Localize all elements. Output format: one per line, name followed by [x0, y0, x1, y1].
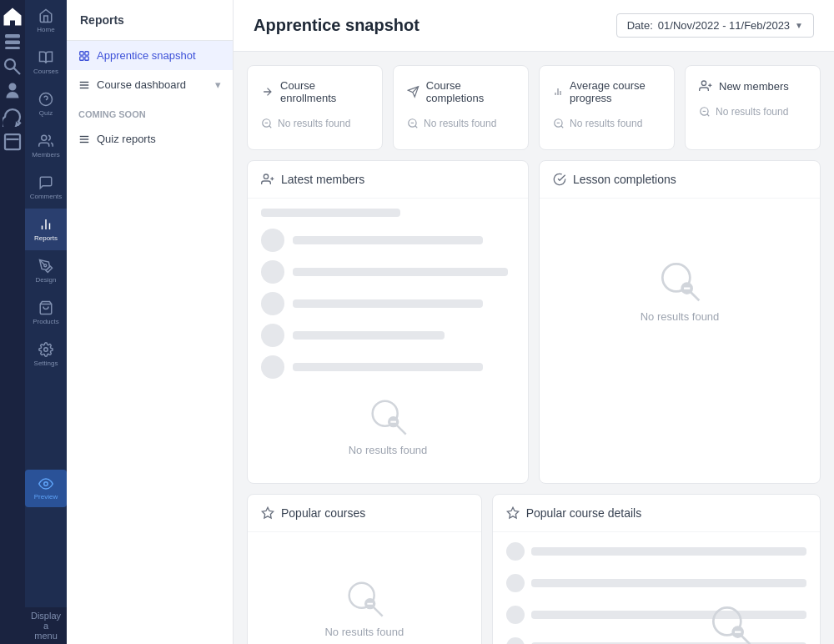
reports-nav-header: Reports [67, 0, 233, 41]
date-picker[interactable]: Date: 01/Nov/2022 - 11/Feb/2023 ▼ [616, 13, 814, 38]
skeleton-row-2 [261, 260, 515, 284]
date-label: Date: [627, 19, 653, 32]
latest-members-card: Latest members [247, 160, 529, 484]
sidebar-item-reports[interactable]: Reports [25, 209, 67, 250]
stat-card-new-members: New members No results found [685, 65, 821, 150]
nav-item-quiz-reports[interactable]: Quiz reports [67, 124, 233, 153]
coming-soon-label: Coming soon [67, 99, 233, 124]
svg-rect-19 [85, 56, 88, 59]
svg-marker-56 [262, 507, 273, 518]
sidebar-item-products[interactable]: Products [25, 292, 67, 334]
lesson-completions-card: Lesson completions No results found [539, 160, 821, 484]
date-picker-chevron: ▼ [795, 21, 803, 30]
svg-rect-1 [5, 41, 20, 45]
svg-point-14 [44, 348, 48, 352]
svg-marker-61 [507, 507, 518, 518]
bottom-row: Popular courses No results found [247, 494, 821, 644]
skeleton-row-3 [261, 292, 515, 315]
icon-bar-item-3[interactable] [3, 82, 23, 102]
svg-rect-16 [80, 51, 83, 54]
popular-course-details-card: Popular course details [492, 494, 821, 644]
svg-rect-2 [5, 47, 20, 49]
icon-bar-item-4[interactable] [3, 107, 23, 127]
sidebar-item-design[interactable]: Design [25, 250, 67, 292]
sidebar-item-home[interactable]: Home [25, 0, 67, 42]
display-menu-button[interactable]: Display a menu [24, 607, 68, 644]
stats-row: Course enrollments No results found [247, 65, 821, 150]
icon-bar-item-2[interactable] [3, 57, 23, 77]
lesson-completions-no-results: No results found [624, 241, 736, 340]
svg-point-8 [42, 135, 47, 140]
popular-course-details-no-results: No results found [674, 585, 786, 644]
latest-members-no-results: No results found [332, 379, 445, 473]
nav-item-course-dashboard[interactable]: Course dashboard ▾ [67, 70, 233, 99]
svg-line-31 [415, 126, 418, 128]
svg-rect-17 [85, 51, 88, 54]
svg-rect-18 [80, 56, 83, 59]
svg-rect-0 [5, 34, 20, 38]
svg-point-39 [701, 81, 706, 85]
main-header: Apprentice snapshot Date: 01/Nov/2022 - … [234, 0, 834, 52]
page-title: Apprentice snapshot [254, 16, 420, 35]
nav-item-apprentice-snapshot[interactable]: Apprentice snapshot [67, 41, 233, 70]
icon-bar-item-5[interactable] [3, 132, 23, 152]
svg-line-43 [707, 114, 710, 117]
main-body: Course enrollments No results found [234, 52, 834, 644]
skeleton-row-5 [261, 355, 515, 379]
popular-courses-card: Popular courses No results found [247, 494, 482, 644]
course-dashboard-expand-icon: ▾ [215, 78, 221, 91]
svg-line-4 [14, 68, 21, 75]
svg-point-45 [264, 174, 268, 179]
svg-point-3 [5, 59, 15, 69]
sidebar-item-comments[interactable]: Comments [25, 167, 67, 209]
icon-bar [0, 0, 25, 644]
sidebar: Home Courses Quiz Members Comments [25, 0, 67, 644]
svg-line-27 [269, 126, 272, 128]
icon-bar-item-1[interactable] [3, 32, 23, 52]
sidebar-item-quiz[interactable]: Quiz [25, 83, 67, 125]
icon-bar-home[interactable] [3, 7, 23, 27]
svg-point-12 [44, 264, 47, 267]
stat-card-avg-progress: Average course progress No results found [539, 65, 675, 150]
stat-card-course-enrollments: Course enrollments No results found [247, 65, 383, 150]
main-content: Apprentice snapshot Date: 01/Nov/2022 - … [234, 0, 834, 644]
skeleton-row-4 [261, 324, 515, 347]
sidebar-item-settings[interactable]: Settings [25, 334, 67, 375]
stat-card-course-completions: Course completions No results found [393, 65, 529, 150]
sidebar-item-courses[interactable]: Courses [25, 42, 67, 83]
popular-courses-no-results: No results found [308, 561, 420, 645]
svg-line-37 [561, 126, 564, 128]
middle-row: Latest members [247, 160, 821, 484]
reports-nav: Reports Apprentice snapshot Course dashb… [67, 0, 234, 644]
sidebar-item-members[interactable]: Members [25, 125, 67, 167]
date-range: 01/Nov/2022 - 11/Feb/2023 [658, 19, 790, 32]
latest-members-skeleton [261, 209, 515, 379]
sidebar-item-preview[interactable]: Preview [25, 470, 67, 507]
svg-point-15 [44, 481, 48, 486]
skeleton-row-1 [261, 229, 515, 252]
